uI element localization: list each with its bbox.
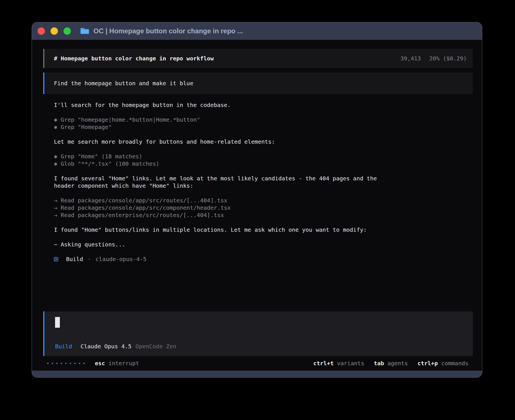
- blank-line: [54, 189, 473, 197]
- spinner-dot: [74, 363, 76, 364]
- tool-call: ✱ Glob "**/*.tsx" (100 matches): [54, 160, 473, 167]
- keybind-key: ctrl+t: [313, 360, 333, 367]
- blank-line: [54, 167, 473, 175]
- tool-call-text: Grep "Home" (18 matches): [57, 153, 142, 160]
- minimize-button[interactable]: [51, 27, 58, 35]
- agent-name-label: Build: [55, 343, 72, 350]
- blank-line: [54, 145, 473, 153]
- traffic-lights: [38, 27, 71, 35]
- arrow-icon: →: [54, 204, 57, 211]
- agent-status-name: Build: [66, 255, 83, 263]
- asterisk-icon: ✱: [54, 116, 57, 123]
- folder-icon: [80, 27, 90, 35]
- assistant-text: Let me search more broadly for buttons a…: [54, 138, 393, 145]
- keybind-hint-commands: ctrl+pcommands: [417, 360, 468, 367]
- arrow-icon: →: [54, 197, 57, 204]
- zoom-button[interactable]: [64, 27, 71, 35]
- input-meta: Build Claude Opus 4.5 OpenCode Zen: [55, 343, 473, 350]
- spinner-dot: [47, 363, 49, 364]
- provider-label: OpenCode Zen: [136, 343, 176, 350]
- spinner-dot: [56, 363, 58, 364]
- spinner-dot: [52, 363, 53, 364]
- assistant-text: I found "Home" buttons/links in multiple…: [54, 226, 393, 233]
- keybind-label: variants: [337, 360, 364, 367]
- context-usage: 20% ($0.29): [429, 55, 467, 62]
- tool-call-text: Grep "Homepage": [57, 124, 112, 130]
- blank-line: [54, 131, 473, 138]
- blank-line: [54, 248, 473, 255]
- session-title: # Homepage button color change in repo w…: [54, 55, 214, 62]
- app-window: OC | Homepage button color change in rep…: [32, 22, 482, 378]
- token-count: 39,413: [400, 55, 421, 62]
- tool-call: ✱ Grep "Home" (18 matches): [54, 153, 473, 160]
- separator-dot: ·: [88, 255, 91, 263]
- asterisk-icon: ✱: [54, 124, 57, 130]
- tool-call: → Read packages/console/app/src/componen…: [54, 204, 473, 211]
- tool-call-text: Read packages/console/app/src/routes/[..…: [57, 197, 227, 204]
- assistant-text: ~ Asking questions...: [54, 241, 393, 248]
- assistant-text: I found several "Home" links. Let me loo…: [54, 175, 393, 189]
- spinner-dot: [61, 363, 62, 364]
- blank-line: [54, 233, 473, 241]
- keybind-hint-agents: tabagents: [374, 360, 408, 367]
- keybind-key: esc: [95, 360, 105, 367]
- blank-line: [54, 109, 473, 116]
- arrow-icon: →: [54, 212, 57, 218]
- spinner-dot: [70, 363, 71, 364]
- keybind-hint-interrupt: escinterrupt: [95, 360, 139, 367]
- tool-call: ✱ Grep "homepage|home.*button|Home.*butt…: [54, 116, 473, 123]
- spinner-dot: [79, 363, 80, 364]
- left-keybind-hints: escinterrupt: [95, 360, 139, 367]
- spacer: [43, 263, 473, 311]
- keybind-label: agents: [387, 360, 408, 367]
- keybind-key: tab: [374, 360, 384, 367]
- spinner-dots: [47, 363, 85, 364]
- user-message-text: Find the homepage button and make it blu…: [54, 80, 193, 87]
- status-bar: escinterrupt ctrl+tvariantstabagentsctrl…: [43, 356, 473, 371]
- spinner-dot: [65, 363, 67, 364]
- conversation: I'll search for the homepage button in t…: [43, 101, 473, 263]
- agent-status: Build·claude-opus-4-5: [54, 255, 473, 263]
- blank-line: [54, 219, 473, 226]
- session-header: # Homepage button color change in repo w…: [43, 49, 473, 68]
- keybind-label: interrupt: [108, 360, 139, 367]
- right-keybind-hints: ctrl+tvariantstabagentsctrl+pcommands: [313, 360, 468, 367]
- close-button[interactable]: [38, 27, 45, 35]
- asterisk-icon: ✱: [54, 153, 57, 160]
- asterisk-icon: ✱: [54, 160, 57, 167]
- agent-square-icon: [54, 257, 58, 261]
- tool-call: ✱ Grep "Homepage": [54, 123, 473, 131]
- tool-call: → Read packages/console/app/src/routes/[…: [54, 197, 473, 204]
- terminal-area: # Homepage button color change in repo w…: [32, 40, 482, 371]
- spinner-dot: [83, 363, 85, 364]
- titlebar: OC | Homepage button color change in rep…: [32, 22, 482, 40]
- window-title: OC | Homepage button color change in rep…: [93, 27, 243, 35]
- tool-call-text: Read packages/enterprise/src/routes/[...…: [57, 212, 224, 218]
- keybind-label: commands: [441, 360, 468, 367]
- tool-call-text: Glob "**/*.tsx" (100 matches): [57, 160, 159, 167]
- prompt-input[interactable]: Build Claude Opus 4.5 OpenCode Zen: [43, 311, 473, 356]
- user-message: Find the homepage button and make it blu…: [43, 73, 473, 94]
- text-cursor: [55, 317, 60, 328]
- assistant-text: I'll search for the homepage button in t…: [54, 101, 393, 109]
- tool-call-text: Grep "homepage|home.*button|Home.*button…: [57, 116, 200, 123]
- tool-call: → Read packages/enterprise/src/routes/[.…: [54, 211, 473, 219]
- model-label: Claude Opus 4.5: [80, 343, 132, 350]
- keybind-hint-variants: ctrl+tvariants: [313, 360, 364, 367]
- keybind-key: ctrl+p: [417, 360, 438, 367]
- agent-status-model: claude-opus-4-5: [95, 255, 147, 263]
- session-stats: 39,413 20% ($0.29): [400, 55, 467, 62]
- tool-call-text: Read packages/console/app/src/component/…: [57, 204, 231, 211]
